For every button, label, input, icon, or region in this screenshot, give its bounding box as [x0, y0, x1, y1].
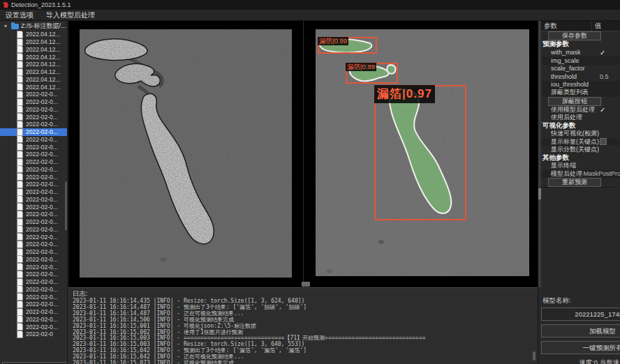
- detection-label-3: 漏箔|0.97: [374, 85, 435, 103]
- param-action-button[interactable]: 屏蔽按钮: [548, 97, 601, 106]
- tree-file-item[interactable]: 2022-02-0...: [0, 113, 68, 121]
- file-icon: [17, 75, 23, 83]
- log-lines[interactable]: 2023-01-11 16:16:14,435 |INFO| - Resize:…: [73, 298, 426, 364]
- tree-file-item[interactable]: 2022-02-0...: [0, 316, 68, 324]
- file-label: 2022-02-0...: [26, 196, 58, 203]
- tree-file-item[interactable]: 2022-02-0...: [0, 181, 68, 188]
- parameter-row[interactable]: scale_factor: [541, 65, 620, 73]
- tree-file-item[interactable]: 2022-02-0...: [0, 256, 68, 264]
- file-label: 2022-02-0...: [26, 248, 58, 255]
- file-label: 2022-02-0...: [26, 106, 58, 113]
- tree-file-item[interactable]: 2022-02-0...: [0, 121, 68, 128]
- menu-item-import-postprocess[interactable]: 导入模型后处理: [46, 10, 95, 20]
- file-label: 2022-02-0...: [26, 256, 58, 263]
- model-section: 模型名称: 20221225_174813 加载模型 一键预测所有 速度:0 当…: [541, 295, 620, 364]
- log-line: 2023-01-11 16:16:15,073 |INFO| - 可视化预测结果…: [73, 361, 426, 364]
- tree-file-item[interactable]: 2022.04.12...: [0, 76, 68, 84]
- file-icon: [17, 53, 23, 61]
- tree-file-item[interactable]: 2022-02-0...: [0, 301, 68, 308]
- param-label: scale_factor: [541, 65, 600, 72]
- file-icon: [17, 151, 23, 158]
- file-label: 2022-02-0...: [26, 286, 58, 293]
- parameter-row[interactable]: img_scale: [541, 56, 620, 65]
- tree-file-item[interactable]: 2022-02-0...: [0, 293, 68, 301]
- tree-file-item[interactable]: 2022-02-0...: [0, 136, 68, 144]
- tree-file-item[interactable]: 2022-02-0...: [0, 203, 68, 211]
- tree-file-item[interactable]: 2022-02-0...: [0, 151, 68, 158]
- tree-file-item[interactable]: 2022.04.12...: [0, 38, 68, 46]
- tree-file-item[interactable]: 2022-02-0...: [0, 308, 68, 316]
- file-icon: [17, 113, 23, 121]
- tree-file-item[interactable]: 2022-02-0...: [0, 241, 68, 248]
- file-icon: [17, 31, 23, 38]
- log-scrollbar-thumb[interactable]: [533, 351, 536, 361]
- tree-scrollbar[interactable]: [65, 181, 67, 230]
- tree-file-item[interactable]: 2022-02-0...: [0, 211, 68, 218]
- load-model-button[interactable]: 加载模型: [541, 324, 620, 338]
- file-label: 2022-02-0...: [26, 294, 58, 301]
- param-label: iou_threshold: [541, 81, 600, 88]
- parameter-row[interactable]: with_mask✓: [541, 49, 620, 57]
- checkbox[interactable]: [600, 138, 607, 145]
- file-label: 2022-02-0...: [26, 181, 58, 188]
- file-label: 2022.04.12...: [26, 84, 61, 91]
- original-image[interactable]: [80, 29, 292, 278]
- tree-file-item[interactable]: 2022.04.12...: [0, 53, 68, 61]
- window-title: Detection_2023.1.5.1: [11, 1, 71, 8]
- tree-file-item[interactable]: 2022.04.12...: [0, 83, 68, 91]
- tree-file-item[interactable]: 2022-02-0...: [0, 143, 68, 151]
- param-action-button[interactable]: 保存参数: [548, 31, 601, 40]
- file-label: 2022-02-0...: [26, 308, 58, 315]
- menu-item-settings[interactable]: 设置选项: [6, 10, 34, 20]
- tree-file-item[interactable]: 2022-02-0...: [0, 106, 68, 114]
- tree-file-item[interactable]: 2022-02-0...: [0, 91, 68, 98]
- checkmark-icon[interactable]: ✓: [600, 106, 605, 114]
- parameter-row[interactable]: 屏蔽类型列表: [541, 89, 620, 97]
- parameter-panel: 参数 值 保存参数预测参数with_mask✓img_scalescale_fa…: [538, 21, 620, 364]
- tree-file-item[interactable]: 2022-02-0...: [0, 128, 68, 136]
- tree-file-item[interactable]: 2022-02-0: [0, 331, 68, 338]
- parameter-button-row: 重新预测: [541, 178, 620, 187]
- tree-file-item[interactable]: 2022-02-0...: [0, 233, 68, 241]
- tree-file-item[interactable]: 2022-02-0...: [0, 263, 68, 271]
- tree-file-item[interactable]: 2022-02-0...: [0, 248, 68, 256]
- tree-file-item[interactable]: 2022-02-0...: [0, 166, 68, 174]
- tree-file-item[interactable]: 2022-02-0...: [0, 286, 68, 294]
- tree-root-folder[interactable]: ▾ Z:/5-标注数据/...: [0, 22, 68, 31]
- tree-file-item[interactable]: 2022-02-0...: [0, 173, 68, 181]
- tree-file-item[interactable]: 2022-02-0...: [0, 196, 68, 204]
- checkmark-icon[interactable]: ✓: [600, 49, 605, 56]
- tree-file-item[interactable]: 2022-02-0...: [0, 226, 68, 234]
- predict-all-button[interactable]: 一键预测所有: [541, 341, 620, 354]
- file-icon: [17, 143, 23, 151]
- file-label: 2022-02-0...: [26, 158, 58, 165]
- file-label: 2022.04.12...: [26, 31, 61, 38]
- parameter-row[interactable]: 模型后处理器MaskPostPro: [541, 170, 620, 179]
- model-name-field[interactable]: 20221225_174813: [541, 308, 620, 321]
- file-icon: [17, 248, 23, 256]
- param-label: 预测参数: [541, 40, 569, 49]
- file-icon: [17, 315, 23, 323]
- tree-file-item[interactable]: 2022.04.12...: [0, 31, 68, 38]
- tree-file-item[interactable]: 2022-02-0...: [0, 271, 68, 278]
- file-icon: [17, 195, 23, 203]
- tree-file-item[interactable]: 2022-02-0...: [0, 323, 68, 331]
- prediction-image[interactable]: 漏箔|0.99 漏箔|0.89 漏箔|0.97: [316, 29, 529, 276]
- param-action-button[interactable]: 重新预测: [548, 178, 601, 187]
- tree-file-item[interactable]: 2022.04.12...: [0, 46, 68, 54]
- tree-file-item[interactable]: 2022-02-0...: [0, 98, 68, 106]
- parameter-row[interactable]: threshold0.5: [541, 73, 620, 81]
- file-label: 2022-02-0...: [26, 226, 58, 233]
- tree-file-item[interactable]: 2022-02-0...: [0, 278, 68, 286]
- viewer-scrollbar-thumb[interactable]: [302, 282, 310, 287]
- tree-file-item[interactable]: 2022-02-0...: [0, 188, 68, 196]
- file-icon: [17, 165, 23, 173]
- file-icon: [17, 83, 23, 91]
- viewer-divider: [303, 21, 304, 287]
- panel-scrollbar-thumb[interactable]: [538, 188, 541, 199]
- tree-file-item[interactable]: 2022-02-0...: [0, 218, 68, 226]
- tree-file-item[interactable]: 2022.04.12...: [0, 61, 68, 68]
- tree-file-item[interactable]: 2022.04.12...: [0, 68, 68, 76]
- tree-file-item[interactable]: 2022-02-0...: [0, 158, 68, 166]
- file-icon: [17, 98, 23, 106]
